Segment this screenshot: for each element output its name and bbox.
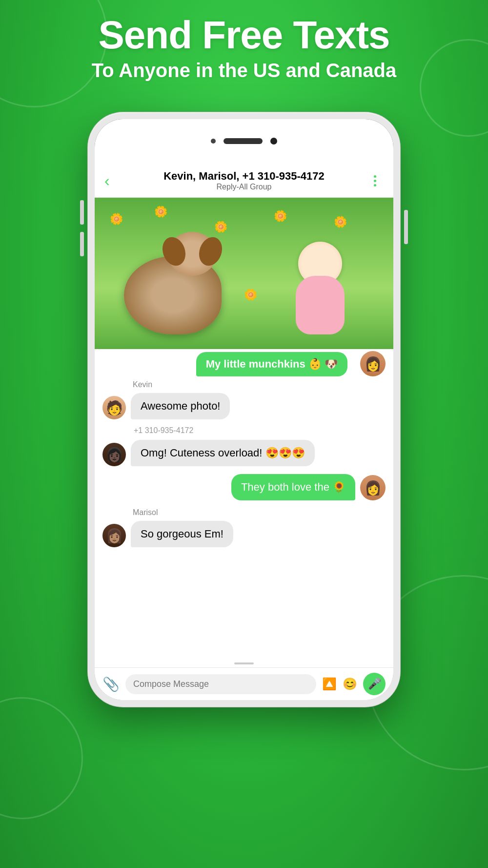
avatar-woman-face-1: 👩 <box>360 351 386 376</box>
chat-header: ‹ Kevin, Marisol, +1 310-935-4172 Reply-… <box>95 163 393 198</box>
hero-section: Send Free Texts To Anyone in the US and … <box>0 15 488 82</box>
avatar-woman-face-2: 👩 <box>360 475 386 500</box>
unknown-avatar: 👩🏿 <box>102 443 126 466</box>
dog-head <box>168 232 217 276</box>
chat-body: 🌼 🌼 🌼 🌼 🌼 🌼 🌼 🌼 <box>95 198 393 661</box>
marisol-bubble: So gorgeous Em! <box>131 521 233 547</box>
kevin-avatar-face: 🧑 <box>102 396 126 419</box>
more-options-button[interactable] <box>366 175 384 186</box>
chat-title: Kevin, Marisol, +1 310-935-4172 <box>122 170 366 183</box>
phone-screen-area: ‹ Kevin, Marisol, +1 310-935-4172 Reply-… <box>95 119 393 700</box>
compose-input[interactable] <box>125 674 316 694</box>
flower-1: 🌼 <box>110 213 123 226</box>
hero-subtitle: To Anyone in the US and Canada <box>20 60 468 82</box>
phone-top-notch <box>95 119 393 163</box>
back-button[interactable]: ‹ <box>104 173 122 188</box>
phone-dot <box>211 139 216 144</box>
kevin-sender-label: Kevin <box>125 380 393 389</box>
flower-2: 🌼 <box>154 206 167 218</box>
photo-caption-bubble: My little munchkins 👶 🐶 <box>196 352 347 376</box>
sender-avatar-self-1: 👩 <box>360 351 386 376</box>
kevin-message-row: 🧑 Awesome photo! <box>95 389 393 423</box>
photo-caption-row: My little munchkins 👶 🐶 👩 <box>95 351 393 376</box>
volume-up-button <box>80 200 84 225</box>
marisol-message-row: 👩🏽 So gorgeous Em! <box>95 517 393 551</box>
flower-3: 🌼 <box>214 221 227 233</box>
unknown-bubble: Omg! Cuteness overload! 😍😍😍 <box>131 440 315 466</box>
self-bubble-2: They both love the 🌻 <box>231 474 355 500</box>
dot-1 <box>374 175 376 178</box>
unknown-avatar-face: 👩🏿 <box>102 443 126 466</box>
power-button <box>404 210 408 244</box>
kevin-bubble: Awesome photo! <box>131 393 230 419</box>
phone-outer-shell: ‹ Kevin, Marisol, +1 310-935-4172 Reply-… <box>88 112 400 707</box>
baby-figure <box>286 242 354 339</box>
unknown-sender-label: +1 310-935-4172 <box>95 423 393 436</box>
volume-down-button <box>80 232 84 256</box>
self-message-row-2: They both love the 🌻 👩 <box>95 470 393 504</box>
flower-5: 🌼 <box>334 216 347 228</box>
flower-8: 🌼 <box>244 289 257 301</box>
dot-2 <box>374 180 376 182</box>
kevin-avatar: 🧑 <box>102 396 126 419</box>
photo-caption-text: My little munchkins 👶 🐶 <box>206 358 338 371</box>
phone-speaker <box>224 138 263 144</box>
phone-camera <box>270 138 277 145</box>
mic-button[interactable]: 🎤 <box>363 673 386 695</box>
chat-header-center: Kevin, Marisol, +1 310-935-4172 Reply-Al… <box>122 170 366 191</box>
mic-icon: 🎤 <box>368 678 381 690</box>
unknown-message-row: 👩🏿 Omg! Cuteness overload! 😍😍😍 <box>95 436 393 470</box>
photo-image: 🌼 🌼 🌼 🌼 🌼 🌼 🌼 🌼 <box>95 198 393 349</box>
sticker-button[interactable]: 😊 <box>343 677 357 691</box>
kevin-message-text: Awesome photo! <box>141 400 220 412</box>
hero-title: Send Free Texts <box>20 15 468 56</box>
dog-body <box>124 256 222 334</box>
marisol-avatar: 👩🏽 <box>102 524 126 547</box>
photo-scene: 🌼 🌼 🌼 🌼 🌼 🌼 🌼 🌼 <box>95 198 393 349</box>
attach-button[interactable]: 📎 <box>102 676 120 692</box>
phone-screen: ‹ Kevin, Marisol, +1 310-935-4172 Reply-… <box>95 163 393 700</box>
flower-4: 🌼 <box>274 210 287 223</box>
input-bar: 📎 🔼 😊 🎤 <box>95 667 393 700</box>
scroll-area <box>95 661 393 667</box>
emoji-button[interactable]: 🔼 <box>322 677 337 691</box>
marisol-sender-label: Marisol <box>125 508 393 517</box>
baby-body <box>296 276 345 334</box>
marisol-avatar-face: 👩🏽 <box>102 524 126 547</box>
unknown-message-text: Omg! Cuteness overload! 😍😍😍 <box>141 447 305 459</box>
dot-3 <box>374 184 376 186</box>
sender-avatar-self-2: 👩 <box>360 475 386 500</box>
marisol-message-text: So gorgeous Em! <box>141 528 224 540</box>
self-message-text-2: They both love the 🌻 <box>241 481 346 493</box>
chat-subtitle: Reply-All Group <box>122 183 366 191</box>
phone-mockup: ‹ Kevin, Marisol, +1 310-935-4172 Reply-… <box>88 112 400 707</box>
scroll-indicator <box>234 662 254 664</box>
photo-message: 🌼 🌼 🌼 🌼 🌼 🌼 🌼 🌼 <box>95 198 393 349</box>
